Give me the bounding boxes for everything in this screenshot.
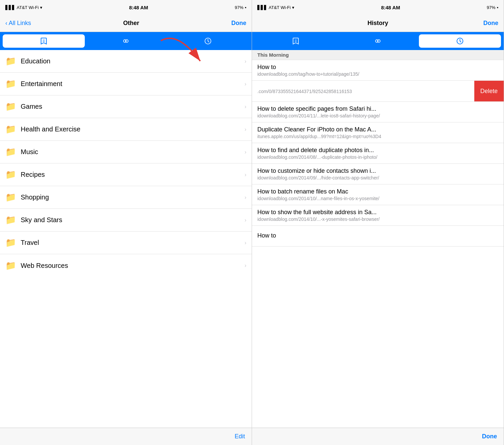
- left-done-button[interactable]: Done: [231, 20, 246, 27]
- folder-icon: 📁: [5, 79, 16, 89]
- item-label: Web Resources: [21, 262, 240, 270]
- signal-bars-icon: ▋▋▋: [5, 5, 15, 10]
- item-label: Sky and Stars: [21, 216, 240, 224]
- left-list: 📁 Education › 📁 Entertainment › 📁 Games …: [0, 50, 252, 428]
- list-item[interactable]: 📁 Travel ›: [0, 232, 252, 254]
- list-item[interactable]: 📁 Web Resources ›: [0, 254, 252, 277]
- history-item-title: How to delete specific pages from Safari…: [257, 105, 498, 112]
- folder-icon: 📁: [5, 101, 16, 112]
- history-item[interactable]: Duplicate Cleaner For iPhoto on the Mac …: [252, 122, 504, 143]
- right-nav-title: History: [367, 20, 388, 27]
- chevron-left-icon: ‹: [5, 20, 7, 27]
- right-segment-history[interactable]: [419, 34, 501, 48]
- left-battery: 97% ▪: [235, 5, 246, 10]
- wifi-icon: ▾: [292, 5, 294, 10]
- history-item-url: idownloadblog.com/2014/10/...name-files-…: [257, 196, 498, 201]
- history-item-url: .com/0/873355521644371/925242858116153: [257, 89, 469, 94]
- list-item[interactable]: 📁 Shopping ›: [0, 186, 252, 209]
- folder-icon: 📁: [5, 238, 16, 248]
- chevron-right-icon: ›: [245, 217, 246, 223]
- item-label: Recipes: [21, 171, 240, 178]
- folder-icon: 📁: [5, 261, 16, 271]
- right-status-bar: ▋▋▋ AT&T Wi-Fi ▾ 8:48 AM 97% ▪: [252, 0, 504, 15]
- carrier-label: AT&T Wi-Fi: [17, 5, 39, 10]
- right-done-button[interactable]: Done: [483, 20, 498, 27]
- list-item[interactable]: 📁 Recipes ›: [0, 163, 252, 186]
- folder-icon: 📁: [5, 192, 16, 202]
- folder-icon: 📁: [5, 147, 16, 157]
- left-bottom-bar: Edit: [0, 428, 252, 445]
- item-label: Health and Exercise: [21, 125, 240, 133]
- folder-icon: 📁: [5, 124, 16, 134]
- right-segment-bar: [252, 32, 504, 50]
- folder-icon: 📁: [5, 169, 16, 180]
- history-item-url: itunes.apple.com/us/app/dup...99?mt=12&i…: [257, 134, 498, 139]
- back-label: All Links: [9, 20, 31, 27]
- history-section-header: This Morning: [252, 50, 504, 60]
- list-item[interactable]: 📁 Music ›: [0, 141, 252, 163]
- item-label: Games: [21, 103, 240, 110]
- chevron-right-icon: ›: [245, 240, 246, 246]
- history-item-title: How to customize or hide contacts shown …: [257, 167, 498, 174]
- history-item-swipe[interactable]: .com/0/873355521644371/925242858116153: [252, 81, 474, 101]
- history-item-title: Duplicate Cleaner For iPhoto on the Mac …: [257, 126, 498, 133]
- history-item-url: idownloadblog.com/2014/09/.../hide-conta…: [257, 175, 498, 180]
- history-item-url: idownloadblog.com/tag/how-to+tutorial/pa…: [257, 71, 498, 77]
- wifi-icon: ▾: [40, 5, 42, 10]
- carrier-label: AT&T Wi-Fi: [269, 5, 291, 10]
- list-item[interactable]: 📁 Sky and Stars ›: [0, 209, 252, 232]
- chevron-right-icon: ›: [245, 81, 246, 87]
- history-item-title: How to batch rename files on Mac: [257, 188, 498, 195]
- delete-button[interactable]: Delete: [474, 81, 504, 101]
- battery-icon: ▪: [245, 5, 246, 10]
- signal-bars-icon: ▋▋▋: [257, 5, 267, 10]
- history-item[interactable]: How to: [252, 226, 504, 247]
- chevron-right-icon: ›: [245, 172, 246, 178]
- left-status-bar: ▋▋▋ AT&T Wi-Fi ▾ 8:48 AM 97% ▪: [0, 0, 252, 15]
- list-item[interactable]: 📁 Education ›: [0, 50, 252, 73]
- segment-bookmarks[interactable]: [3, 34, 85, 48]
- history-item[interactable]: How to batch rename files on Mac idownlo…: [252, 184, 504, 205]
- right-segment-reading-list[interactable]: [337, 34, 419, 48]
- right-battery: 97% ▪: [487, 5, 498, 10]
- history-item-url: idownloadblog.com/2014/10/...-x-yosemite…: [257, 216, 498, 222]
- left-nav-title: Other: [123, 20, 139, 27]
- history-item[interactable]: How to find and delete duplicate photos …: [252, 143, 504, 164]
- left-nav-bar: ‹ All Links Other Done: [0, 15, 252, 32]
- folder-icon: 📁: [5, 215, 16, 225]
- right-segment-bookmarks[interactable]: [255, 34, 337, 48]
- history-item[interactable]: How to idownloadblog.com/tag/how-to+tuto…: [252, 60, 504, 81]
- chevron-right-icon: ›: [245, 149, 246, 155]
- chevron-right-icon: ›: [245, 104, 246, 110]
- history-item-swiped-row[interactable]: .com/0/873355521644371/925242858116153 D…: [252, 81, 504, 102]
- item-label: Education: [21, 57, 240, 65]
- history-item[interactable]: How to customize or hide contacts shown …: [252, 164, 504, 184]
- battery-percent: 97%: [487, 5, 495, 10]
- folder-icon: 📁: [5, 56, 16, 66]
- history-item[interactable]: How to show the full website address in …: [252, 205, 504, 226]
- left-panel: ▋▋▋ AT&T Wi-Fi ▾ 8:48 AM 97% ▪ ‹ All Lin…: [0, 0, 252, 445]
- history-item[interactable]: How to delete specific pages from Safari…: [252, 102, 504, 122]
- edit-button[interactable]: Edit: [235, 433, 245, 440]
- right-bottom-bar: Done: [252, 428, 504, 445]
- item-label: Music: [21, 148, 240, 156]
- segment-reading-list[interactable]: [85, 34, 167, 48]
- item-label: Shopping: [21, 193, 240, 201]
- right-time: 8:48 AM: [381, 5, 400, 10]
- segment-history[interactable]: [167, 34, 249, 48]
- history-item-url: idownloadblog.com/2014/11/...lete-ios8-s…: [257, 113, 498, 118]
- back-button[interactable]: ‹ All Links: [5, 20, 31, 27]
- list-item[interactable]: 📁 Games ›: [0, 95, 252, 118]
- chevron-right-icon: ›: [245, 58, 246, 64]
- left-signal: ▋▋▋ AT&T Wi-Fi ▾: [5, 5, 42, 10]
- list-item[interactable]: 📁 Entertainment ›: [0, 73, 252, 95]
- list-item[interactable]: 📁 Health and Exercise ›: [0, 118, 252, 141]
- chevron-right-icon: ›: [245, 126, 246, 132]
- history-list: How to idownloadblog.com/tag/how-to+tuto…: [252, 60, 504, 428]
- battery-icon: ▪: [497, 5, 498, 10]
- left-segment-bar: [0, 32, 252, 50]
- chevron-right-icon: ›: [245, 194, 246, 200]
- history-item-title: How to find and delete duplicate photos …: [257, 147, 498, 154]
- section-header-label: This Morning: [257, 52, 289, 58]
- right-done-button-bottom[interactable]: Done: [482, 433, 497, 440]
